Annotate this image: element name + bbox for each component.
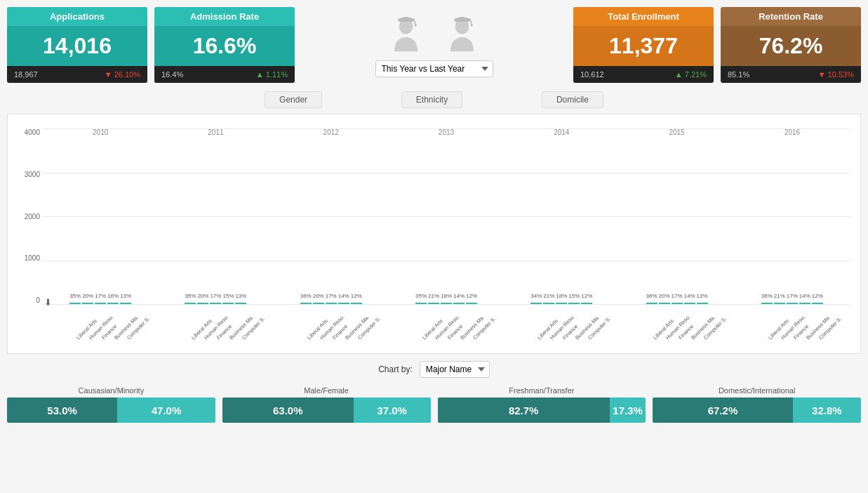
bar-pct-2013-4: 12%	[466, 293, 477, 299]
bar-pct-2016-2: 17%	[787, 293, 798, 299]
applications-card: Applications 14,016 18,967 ▼ 26.10%	[7, 7, 147, 83]
chart-by-dropdown[interactable]: Major Name Department College	[420, 361, 490, 378]
bar-pct-2016-3: 14%	[799, 293, 810, 299]
bar-item-2011-2: 17%Finance	[210, 303, 221, 304]
bars-row-2011: 35%Liberal Arts20%Human Reso.17%Finance1…	[185, 138, 246, 304]
tab-domicile[interactable]: Domicile	[542, 91, 603, 108]
bar-2013-2: 18%Finance	[441, 303, 452, 304]
bar-item-2010-2: 17%Finance	[95, 303, 106, 304]
bar-item-2012-0: 36%Liberal Arts	[300, 303, 312, 304]
bar-2014-4: 12%Computer S.	[581, 303, 592, 304]
year-group-2012: 201236%Liberal Arts20%Human Reso.17%Fina…	[274, 129, 389, 304]
bar-item-2016-3: 14%Business Ma.	[799, 303, 810, 304]
bar-pct-2016-4: 12%	[812, 293, 823, 299]
bar-item-2010-3: 16%Business Ma.	[107, 303, 119, 304]
tab-ethnicity[interactable]: Ethnicity	[401, 91, 462, 108]
ratio-left-1: 63.0%	[222, 397, 354, 423]
bar-pct-2012-4: 12%	[351, 293, 362, 299]
section-tabs: Gender Ethnicity Domicile	[7, 91, 861, 108]
ratio-right-2: 17.3%	[610, 397, 646, 423]
bar-pct-2013-1: 21%	[428, 293, 439, 299]
svg-line-3	[414, 18, 416, 24]
applications-prev: 18,967	[14, 70, 38, 79]
bar-item-2016-2: 17%Finance	[787, 303, 798, 304]
bar-2011-2: 17%Finance	[210, 303, 221, 304]
bar-item-2014-4: 12%Computer S.	[581, 303, 592, 304]
bar-pct-2011-4: 13%	[235, 293, 246, 299]
bar-item-2012-2: 17%Finance	[326, 303, 337, 304]
grad-icon-female	[385, 13, 427, 55]
ratio-bar-2: 82.7%17.3%	[438, 397, 646, 423]
year-label-2010: 2010	[43, 129, 158, 136]
svg-line-8	[470, 18, 472, 24]
year-label-2014: 2014	[504, 129, 619, 136]
bar-item-2015-3: 14%Business Ma.	[684, 303, 695, 304]
year-label-2011: 2011	[158, 129, 273, 136]
admission-rate-footer: 16.4% ▲ 1.11%	[154, 66, 295, 83]
bar-item-2011-1: 20%Human Reso.	[197, 303, 208, 304]
chart-by-label: Chart by:	[378, 364, 413, 374]
year-label-2016: 2016	[735, 129, 850, 136]
y-label-1000: 1000	[25, 254, 40, 262]
download-icon[interactable]: ⬇	[44, 297, 52, 308]
applications-footer: 18,967 ▼ 26.10%	[7, 66, 147, 83]
bar-item-2014-2: 18%Finance	[556, 303, 567, 304]
svg-point-4	[415, 24, 417, 26]
bars-row-2014: 34%Liberal Arts21%Human Reso.18%Finance1…	[530, 138, 592, 304]
bar-2015-1: 20%Human Reso.	[659, 303, 670, 304]
bar-2016-4: 12%Computer S.	[812, 303, 823, 304]
chart-by-row: Chart by: Major Name Department College	[7, 361, 861, 378]
retention-rate-title: Retention Rate	[721, 7, 861, 26]
bar-item-2014-1: 21%Human Reso.	[543, 303, 554, 304]
bar-pct-2015-3: 14%	[684, 293, 695, 299]
bar-pct-2015-1: 20%	[659, 293, 670, 299]
bar-pct-2011-2: 17%	[210, 293, 221, 299]
bar-2013-1: 21%Human Reso.	[428, 303, 439, 304]
bars-row-2013: 35%Liberal Arts21%Human Reso.18%Finance1…	[415, 138, 477, 304]
tab-gender[interactable]: Gender	[265, 91, 322, 108]
bar-item-2013-3: 14%Business Ma.	[453, 303, 465, 304]
bar-2016-0: 36%Liberal Arts	[761, 303, 773, 304]
comparison-dropdown[interactable]: This Year vs Last Year Last Year vs 2 Ye…	[375, 60, 493, 77]
bar-2012-1: 20%Human Reso.	[313, 303, 324, 304]
bar-2014-0: 34%Liberal Arts	[530, 303, 542, 304]
admission-rate-change: ▲ 1.11%	[256, 70, 288, 79]
applications-title: Applications	[7, 7, 147, 26]
bar-2013-3: 14%Business Ma.	[453, 303, 465, 304]
chart-wrapper: 4000 3000 2000 1000 0 201035%Liberal Art…	[15, 121, 853, 346]
year-label-2012: 2012	[274, 129, 389, 136]
bar-2011-1: 20%Human Reso.	[197, 303, 208, 304]
ratio-right-3: 32.8%	[793, 397, 861, 423]
admission-rate-card: Admission Rate 16.6% 16.4% ▲ 1.11%	[154, 7, 295, 83]
bar-item-2015-1: 20%Human Reso.	[659, 303, 670, 304]
bar-2012-0: 36%Liberal Arts	[300, 303, 312, 304]
bar-item-2015-4: 13%Computer S.	[697, 303, 708, 304]
bar-pct-2016-0: 36%	[761, 293, 773, 299]
bar-pct-2012-3: 14%	[338, 293, 349, 299]
bar-pct-2012-2: 17%	[326, 293, 337, 299]
year-group-2014: 201434%Liberal Arts21%Human Reso.18%Fina…	[504, 129, 619, 304]
applications-change: ▼ 26.10%	[105, 70, 140, 79]
ratio-right-0: 47.0%	[117, 397, 215, 423]
bar-2013-4: 12%Computer S.	[466, 303, 477, 304]
retention-rate-value: 76.2%	[721, 26, 861, 66]
bar-item-2012-3: 14%Business Ma.	[338, 303, 349, 304]
bar-2015-3: 14%Business Ma.	[684, 303, 695, 304]
bar-2012-4: 12%Computer S.	[351, 303, 362, 304]
bar-pct-2016-1: 21%	[774, 293, 785, 299]
bar-2016-3: 14%Business Ma.	[799, 303, 810, 304]
bar-item-2011-3: 15%Business Ma.	[222, 303, 234, 304]
gridline-0	[43, 304, 850, 305]
bar-item-2010-1: 20%Human Reso.	[82, 303, 93, 304]
total-enrollment-value: 11,377	[573, 26, 714, 66]
year-label-2015: 2015	[619, 129, 734, 136]
bar-2011-3: 15%Business Ma.	[222, 303, 234, 304]
ratio-label-1: Male/Female	[222, 386, 431, 395]
bar-pct-2014-0: 34%	[530, 293, 542, 299]
bar-pct-2012-0: 36%	[300, 293, 312, 299]
ratio-right-1: 37.0%	[354, 397, 431, 423]
chart-area: 4000 3000 2000 1000 0 201035%Liberal Art…	[7, 114, 861, 354]
year-group-2011: 201135%Liberal Arts20%Human Reso.17%Fina…	[158, 129, 273, 304]
total-enrollment-prev: 10,612	[580, 70, 604, 79]
graduation-icons	[385, 13, 483, 55]
